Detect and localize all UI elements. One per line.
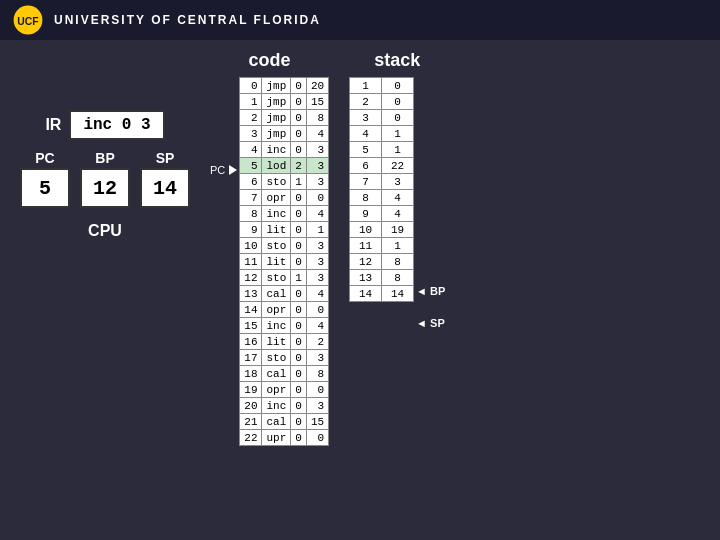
header: UCF UNIVERSITY OF CENTRAL FLORIDA — [0, 0, 720, 40]
code-row: 4 inc 0 3 — [240, 142, 329, 158]
registers-row: PC 5 BP 12 SP 14 — [20, 150, 190, 208]
code-index: 5 — [240, 158, 262, 174]
stack-value: 1 — [382, 238, 414, 254]
code-index: 9 — [240, 222, 262, 238]
code-index: 11 — [240, 254, 262, 270]
stack-index: 7 — [350, 174, 382, 190]
code-a: 0 — [291, 238, 307, 254]
code-b: 4 — [306, 126, 328, 142]
code-index: 21 — [240, 414, 262, 430]
code-a: 0 — [291, 110, 307, 126]
stack-row: 4 1 — [350, 126, 414, 142]
code-b: 3 — [306, 270, 328, 286]
stack-row: 3 0 — [350, 110, 414, 126]
code-b: 3 — [306, 350, 328, 366]
sp-group: SP 14 — [140, 150, 190, 208]
stack-row: 9 4 — [350, 206, 414, 222]
code-a: 0 — [291, 350, 307, 366]
stack-empty-label — [416, 107, 445, 123]
code-index: 22 — [240, 430, 262, 446]
sp-label: SP — [156, 150, 175, 166]
code-op: opr — [262, 382, 291, 398]
code-index: 2 — [240, 110, 262, 126]
stack-index: 2 — [350, 94, 382, 110]
code-row: 10 sto 0 3 — [240, 238, 329, 254]
stack-row: 10 19 — [350, 222, 414, 238]
code-index: 0 — [240, 78, 262, 94]
code-a: 0 — [291, 414, 307, 430]
code-op: sto — [262, 238, 291, 254]
stack-empty-label — [416, 187, 445, 203]
stack-row: 13 8 — [350, 270, 414, 286]
code-op: jmp — [262, 94, 291, 110]
code-op: sto — [262, 350, 291, 366]
code-row: 8 inc 0 4 — [240, 206, 329, 222]
code-a: 1 — [291, 270, 307, 286]
code-row: 22 upr 0 0 — [240, 430, 329, 446]
cpu-panel: IR inc 0 3 PC 5 BP 12 SP 14 CPU — [20, 110, 190, 240]
code-b: 0 — [306, 190, 328, 206]
code-row: 11 lit 0 3 — [240, 254, 329, 270]
code-row: 0 jmp 0 20 — [240, 78, 329, 94]
code-index: 15 — [240, 318, 262, 334]
code-op: inc — [262, 318, 291, 334]
code-table: 0 jmp 0 20 1 jmp 0 15 2 jmp 0 8 3 jmp 0 … — [239, 77, 329, 446]
code-index: 4 — [240, 142, 262, 158]
code-a: 0 — [291, 78, 307, 94]
code-a: 0 — [291, 254, 307, 270]
stack-value: 0 — [382, 110, 414, 126]
code-op: cal — [262, 414, 291, 430]
code-b: 0 — [306, 302, 328, 318]
stack-value: 22 — [382, 158, 414, 174]
code-a: 0 — [291, 366, 307, 382]
code-b: 0 — [306, 430, 328, 446]
code-b: 3 — [306, 142, 328, 158]
code-row: 20 inc 0 3 — [240, 398, 329, 414]
stack-empty-label — [416, 139, 445, 155]
code-b: 4 — [306, 286, 328, 302]
stack-empty-label — [416, 171, 445, 187]
stack-row: 5 1 — [350, 142, 414, 158]
code-a: 0 — [291, 334, 307, 350]
stack-value: 1 — [382, 126, 414, 142]
ir-display: inc 0 3 — [69, 110, 164, 140]
stack-section: stack 1 0 2 0 3 0 4 1 5 1 6 22 7 3 8 4 — [349, 50, 445, 331]
stack-index: 13 — [350, 270, 382, 286]
code-row: 21 cal 0 15 — [240, 414, 329, 430]
stack-value: 8 — [382, 254, 414, 270]
stack-empty-label — [416, 251, 445, 267]
stack-row: 14 14 — [350, 286, 414, 302]
code-index: 18 — [240, 366, 262, 382]
code-b: 3 — [306, 254, 328, 270]
code-row: 7 opr 0 0 — [240, 190, 329, 206]
code-a: 0 — [291, 382, 307, 398]
code-b: 0 — [306, 382, 328, 398]
stack-empty-label — [416, 267, 445, 283]
code-row: 2 jmp 0 8 — [240, 110, 329, 126]
bp-pointer-label: ◄ BP — [416, 285, 445, 297]
code-index: 3 — [240, 126, 262, 142]
code-row: 15 inc 0 4 — [240, 318, 329, 334]
ir-row: IR inc 0 3 — [45, 110, 164, 140]
code-b: 4 — [306, 318, 328, 334]
code-a: 0 — [291, 222, 307, 238]
code-index: 20 — [240, 398, 262, 414]
pc-group: PC 5 — [20, 150, 70, 208]
stack-value: 1 — [382, 142, 414, 158]
code-index: 7 — [240, 190, 262, 206]
stack-title: stack — [374, 50, 420, 71]
code-b: 4 — [306, 206, 328, 222]
stack-value: 0 — [382, 94, 414, 110]
main-content: IR inc 0 3 PC 5 BP 12 SP 14 CPU code PC — [0, 40, 720, 540]
svg-text:UCF: UCF — [17, 16, 38, 27]
stack-row: 7 3 — [350, 174, 414, 190]
code-row: 18 cal 0 8 — [240, 366, 329, 382]
stack-value: 19 — [382, 222, 414, 238]
code-a: 1 — [291, 174, 307, 190]
code-b: 1 — [306, 222, 328, 238]
stack-empty-label — [416, 203, 445, 219]
stack-empty-label — [416, 219, 445, 235]
code-row: 1 jmp 0 15 — [240, 94, 329, 110]
stack-row: 11 1 — [350, 238, 414, 254]
code-index: 19 — [240, 382, 262, 398]
